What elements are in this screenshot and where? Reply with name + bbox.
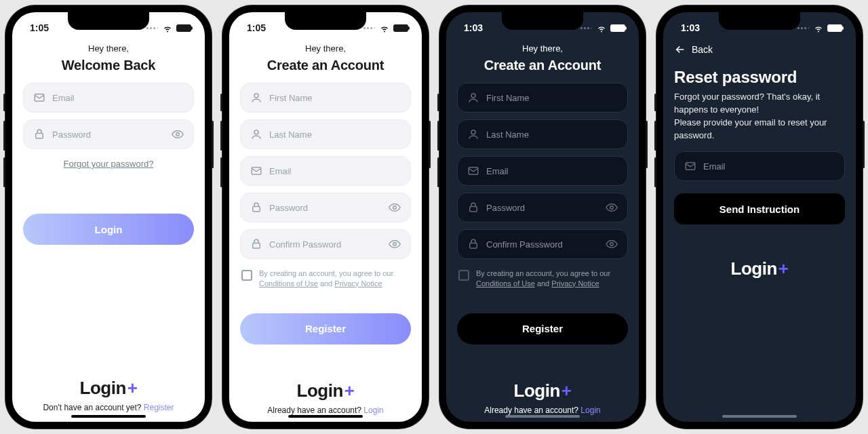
logo-plus-icon: + xyxy=(778,258,789,279)
page-title: Welcome Back xyxy=(23,58,194,73)
first-name-field[interactable]: First Name xyxy=(457,83,628,113)
svg-rect-8 xyxy=(253,243,260,249)
password-placeholder: Password xyxy=(52,130,165,140)
terms-text: By creating an account, you agree to our… xyxy=(476,269,627,289)
status-time: 1:05 xyxy=(30,22,49,33)
forgot-password-link[interactable]: Forgot your password? xyxy=(23,159,194,169)
eye-icon[interactable] xyxy=(389,201,401,214)
login-link[interactable]: Login xyxy=(580,406,600,415)
wifi-icon xyxy=(812,23,825,33)
battery-icon xyxy=(827,24,842,32)
phone-register-light: 1:05 Hey there, Create an Account First … xyxy=(217,0,434,434)
phone-frame: 1:03 Back Reset password Forgot your pas… xyxy=(656,5,863,429)
svg-point-10 xyxy=(471,94,475,98)
arrow-left-icon xyxy=(674,43,686,56)
privacy-link[interactable]: Privacy Notice xyxy=(551,279,599,288)
home-indicator[interactable] xyxy=(288,415,363,418)
page-title: Create an Account xyxy=(457,58,628,73)
eye-icon[interactable] xyxy=(172,128,184,140)
privacy-link[interactable]: Privacy Notice xyxy=(334,279,382,288)
status-time: 1:05 xyxy=(247,22,266,33)
password-field[interactable]: Password xyxy=(457,193,628,222)
person-icon xyxy=(250,128,262,140)
battery-icon xyxy=(610,24,625,32)
logo-plus-icon: + xyxy=(344,380,355,401)
email-field[interactable]: Email xyxy=(674,151,845,181)
svg-rect-1 xyxy=(36,134,43,139)
terms-row: By creating an account, you agree to our… xyxy=(457,266,628,294)
notch xyxy=(502,12,583,30)
back-button[interactable]: Back xyxy=(674,42,845,56)
password-field[interactable]: Password xyxy=(23,119,194,149)
cellular-icon xyxy=(146,27,159,29)
send-instruction-button[interactable]: Send Instruction xyxy=(674,193,845,224)
mail-icon xyxy=(250,165,262,177)
register-button[interactable]: Register xyxy=(240,313,411,344)
svg-rect-15 xyxy=(470,243,477,249)
confirm-password-field[interactable]: Confirm Password xyxy=(240,229,411,259)
login-button[interactable]: Login xyxy=(23,214,194,245)
notch xyxy=(719,12,800,30)
conditions-link[interactable]: Conditions of Use xyxy=(476,279,535,288)
svg-point-9 xyxy=(393,243,397,246)
app-logo: Login+ xyxy=(731,258,789,279)
logo-plus-icon: + xyxy=(561,380,572,401)
last-name-field[interactable]: Last Name xyxy=(457,119,628,149)
phone-frame: 1:05 Hey there, Create an Account First … xyxy=(222,5,429,429)
svg-rect-6 xyxy=(253,207,260,212)
eye-icon[interactable] xyxy=(606,238,618,250)
svg-point-3 xyxy=(254,94,258,98)
svg-point-11 xyxy=(471,130,475,134)
footer-text: Already have an account? Login xyxy=(240,406,411,415)
phone-login-light: 1:05 Hey there, Welcome Back Email Passw… xyxy=(0,0,217,434)
register-button[interactable]: Register xyxy=(457,313,628,344)
greeting: Hey there, xyxy=(457,43,628,54)
notch xyxy=(68,12,149,30)
wifi-icon xyxy=(378,23,391,33)
terms-checkbox[interactable] xyxy=(458,270,469,281)
greeting: Hey there, xyxy=(23,43,194,54)
reset-desc: Forgot your password? That's okay, it ha… xyxy=(674,91,845,142)
cellular-icon xyxy=(580,27,593,29)
email-field[interactable]: Email xyxy=(240,156,411,186)
svg-point-14 xyxy=(610,206,614,210)
back-label: Back xyxy=(692,44,713,55)
notch xyxy=(285,12,366,30)
battery-icon xyxy=(176,24,191,32)
phone-reset-dark: 1:03 Back Reset password Forgot your pas… xyxy=(651,0,868,434)
wifi-icon xyxy=(161,23,174,33)
wifi-icon xyxy=(595,23,608,33)
lock-icon xyxy=(467,238,479,250)
password-field[interactable]: Password xyxy=(240,193,411,222)
svg-point-16 xyxy=(610,243,614,246)
mail-icon xyxy=(33,92,45,104)
login-link[interactable]: Login xyxy=(363,406,383,415)
home-indicator[interactable] xyxy=(722,415,797,418)
home-indicator[interactable] xyxy=(71,415,146,418)
app-logo: Login+ xyxy=(80,378,138,399)
lock-icon xyxy=(33,128,45,140)
lock-icon xyxy=(250,238,262,250)
last-name-field[interactable]: Last Name xyxy=(240,119,411,149)
confirm-password-field[interactable]: Confirm Passsword xyxy=(457,229,628,259)
mail-icon xyxy=(684,160,696,172)
email-field[interactable]: Email xyxy=(457,156,628,186)
eye-icon[interactable] xyxy=(389,238,401,250)
battery-icon xyxy=(393,24,408,32)
lock-icon xyxy=(467,201,479,214)
email-field[interactable]: Email xyxy=(23,83,194,113)
home-indicator[interactable] xyxy=(505,415,580,418)
mail-icon xyxy=(467,165,479,177)
logo-plus-icon: + xyxy=(127,378,138,399)
terms-checkbox[interactable] xyxy=(241,270,252,281)
terms-row: By creating an account, you agree to our… xyxy=(240,266,411,294)
svg-rect-13 xyxy=(470,207,477,212)
person-icon xyxy=(467,92,479,104)
register-link[interactable]: Register xyxy=(144,403,174,412)
conditions-link[interactable]: Conditions of Use xyxy=(259,279,318,288)
eye-icon[interactable] xyxy=(606,201,618,214)
lock-icon xyxy=(250,201,262,214)
email-placeholder: Email xyxy=(52,93,184,103)
first-name-field[interactable]: First Name xyxy=(240,83,411,113)
terms-text: By creating an account, you agree to our… xyxy=(259,269,410,289)
